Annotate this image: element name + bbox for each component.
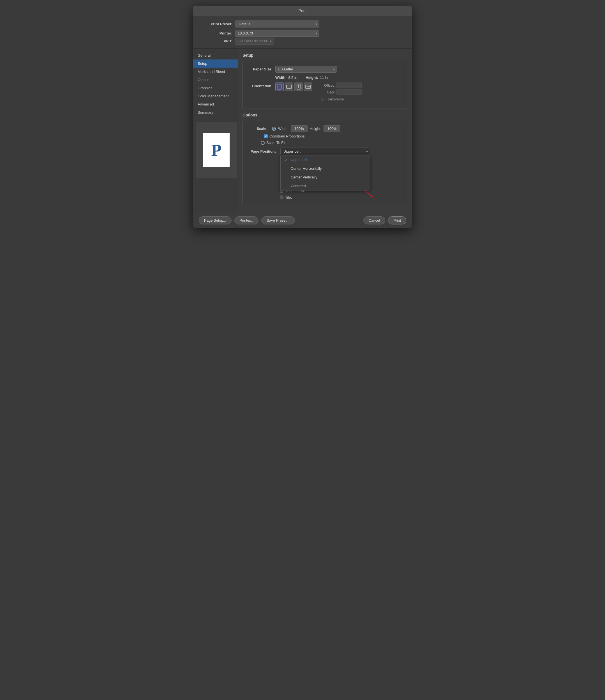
offset-gap-group: Offset: Gap: Transverse [321,82,362,101]
print-preset-row: Print Preset: [Default] [202,21,403,27]
printer-row: Printer: 10.0.0.73 [202,30,403,37]
sidebar-item-graphics-label: Graphics [198,86,212,90]
dropdown-center-horizontally[interactable]: Center Horizontally [281,164,370,173]
orientation-landscape-reverse-btn[interactable] [304,82,312,91]
sidebar-item-marks-and-bleed[interactable]: Marks and Bleed [193,68,238,76]
sidebar-item-general[interactable]: General [193,51,238,59]
ppd-select-wrapper: HP LaserJet 2200 [235,39,274,43]
page-position-dropdown: ✓ Upper Left Center Horizontally Center … [280,155,370,191]
sidebar: General Setup Marks and Bleed Output Gra… [193,49,238,212]
bottom-bar: Page Setup... Printer... Save Preset... … [193,212,412,228]
transverse-label: Transverse [326,97,344,101]
dropdown-center-vertically[interactable]: Center Vertically [281,173,370,181]
setup-panel: Paper Size: US Letter x Width: 8.5 in [242,61,407,109]
top-section: Print Preset: [Default] Printer: 10.0.0.… [193,16,412,49]
sidebar-item-color-management-label: Color Management [198,94,229,98]
print-button[interactable]: Print [388,216,406,224]
content-area: Setup Paper Size: US Letter x [238,49,412,212]
bottom-right-buttons: Cancel Print [363,216,406,224]
width-value: 8.5 in [288,75,297,80]
constrain-checkbox[interactable]: ✓ [264,134,268,138]
options-section-title: Options [242,113,407,121]
offset-label: Offset: [321,83,335,88]
preview-letter: P [211,142,221,158]
centered-label: Centered [291,184,306,188]
paper-size-row: Paper Size: US Letter [247,66,402,73]
printer-select-wrapper: 10.0.0.73 [235,30,319,37]
print-dialog: Print Print Preset: [Default] Printer: 1… [193,6,412,228]
sidebar-item-output-label: Output [198,78,209,82]
gap-input[interactable] [336,89,362,95]
printer-button[interactable]: Printer... [234,216,259,224]
save-preset-button[interactable]: Save Preset... [261,216,295,224]
transverse-checkbox[interactable] [321,98,324,101]
preview-page: P [203,133,230,167]
paper-size-select-wrapper: US Letter [275,66,337,73]
orientation-label: Orientation: [247,82,275,88]
tile-label: Tile: [285,195,292,199]
title-bar: Print [193,6,412,16]
sidebar-item-color-management[interactable]: Color Management [193,92,238,100]
height-value: 11 in [320,75,328,80]
preview-block: P [193,117,238,184]
setup-title: Setup [242,53,407,57]
main-content: General Setup Marks and Bleed Output Gra… [193,49,412,212]
svg-rect-1 [287,85,292,89]
constrain-row: ✓ Constrain Proportions [264,134,402,138]
ppd-label: PPD: [202,39,235,43]
dimensions-row: x Width: 8.5 in Height: 11 in [247,75,402,80]
constrain-label: Constrain Proportions [269,134,305,138]
paper-size-label: Paper Size: [247,67,275,71]
sidebar-item-output[interactable]: Output [193,76,238,84]
sidebar-item-advanced[interactable]: Advanced [193,100,238,108]
page-setup-button[interactable]: Page Setup... [199,216,232,224]
svg-rect-0 [278,84,281,89]
ppd-value: HP LaserJet 2200 [235,38,274,45]
sidebar-item-summary[interactable]: Summary [193,108,238,117]
gap-row: Gap: [321,89,362,95]
printer-label: Printer: [202,31,235,35]
orientation-landscape-btn[interactable] [285,82,293,91]
dropdown-centered[interactable]: Centered [281,181,370,190]
paper-size-select[interactable]: US Letter [275,66,337,73]
sidebar-item-marks-and-bleed-label: Marks and Bleed [198,70,225,74]
offset-input[interactable] [336,82,362,88]
orientation-buttons [275,82,312,91]
tile-checkbox[interactable] [280,196,284,199]
sidebar-item-graphics[interactable]: Graphics [193,84,238,92]
sidebar-item-summary-label: Summary [198,110,213,115]
transverse-row: Transverse [321,97,362,101]
ppd-row: PPD: HP LaserJet 2200 [202,39,403,43]
print-preset-select-wrapper: [Default] [235,21,319,27]
sidebar-item-setup[interactable]: Setup [193,59,238,68]
scale-width-input[interactable] [291,125,308,132]
sidebar-item-advanced-label: Advanced [198,102,214,106]
orientation-row: Orientation: [247,82,402,101]
center-v-label: Center Vertically [291,175,317,179]
scale-to-fit-radio[interactable] [261,141,265,145]
height-radio-label: Height: [310,127,321,131]
page-position-row: Page Position: Upper Left ✓ Upper Left [247,148,402,155]
width-label: Width: [275,75,287,80]
scale-radio[interactable] [272,127,276,131]
scale-to-fit-label: Scale To Fit [266,141,285,145]
orientation-portrait-btn[interactable] [275,82,284,91]
scale-height-input[interactable] [323,125,340,132]
setup-section-title: Setup [242,53,407,61]
options-title: Options [242,113,407,117]
print-preset-select[interactable]: [Default] [235,21,319,27]
dropdown-upper-left[interactable]: ✓ Upper Left [281,155,370,164]
printer-select[interactable]: 10.0.0.73 [235,30,319,37]
offset-row: Offset: [321,82,362,88]
page-position-select[interactable]: Upper Left [280,148,370,155]
upper-left-checkmark: ✓ [285,158,288,162]
sidebar-item-setup-label: Setup [198,61,207,66]
scale-to-fit-row: Scale To Fit [261,141,402,145]
cancel-button[interactable]: Cancel [363,216,385,224]
dimension-group: Width: 8.5 in Height: 11 in [275,75,328,80]
options-panel: Scale: Width: Height: ✓ Constrain Propor… [242,121,407,204]
scale-label: Scale: [247,127,270,131]
gap-label: Gap: [321,90,335,94]
orientation-portrait-reverse-btn[interactable] [294,82,303,91]
upper-left-label: Upper Left [291,158,308,162]
